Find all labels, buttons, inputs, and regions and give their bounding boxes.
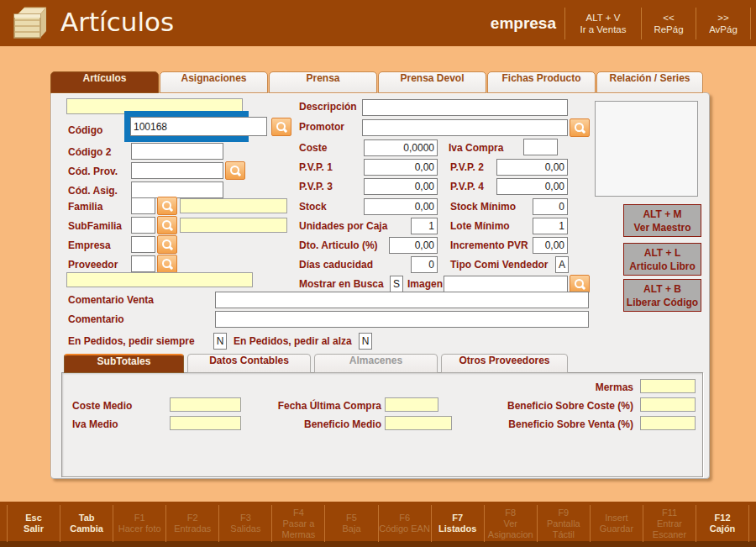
tab-asignaciones[interactable]: Asignaciones xyxy=(160,71,268,93)
codigo-input[interactable] xyxy=(130,117,267,136)
imagen-search-button[interactable] xyxy=(570,275,590,293)
tipo-comi-input[interactable] xyxy=(555,256,569,273)
cod-prov-search-button[interactable] xyxy=(225,161,245,180)
dias-caducidad-input[interactable] xyxy=(411,256,438,273)
beneficio-sobre-venta-field xyxy=(640,416,696,430)
unidades-caja-label: Unidades por Caja xyxy=(299,220,387,232)
descripcion-input[interactable] xyxy=(362,99,568,116)
fkey-f11-entrar-escaner[interactable]: F11Entrar Escaner xyxy=(643,505,696,542)
familia-input[interactable] xyxy=(131,197,155,214)
beneficio-medio-label: Beneficio Medio xyxy=(269,418,381,430)
subfamilia-name-field xyxy=(180,218,287,233)
subtab-datos-contables[interactable]: Datos Contables xyxy=(187,354,311,373)
proveedor-search-button[interactable] xyxy=(157,255,177,273)
subtab-subtotales[interactable]: SubTotales xyxy=(64,354,184,373)
stock-input[interactable] xyxy=(364,198,438,215)
nav-key: << xyxy=(643,12,694,24)
fkey-insert-guardar[interactable]: InsertGuardar xyxy=(591,505,643,542)
pedidos-alza-label: En Pedidos, pedir al alza xyxy=(234,335,352,347)
lote-minimo-input[interactable] xyxy=(533,218,568,234)
cod-prov-input[interactable] xyxy=(131,162,223,179)
beneficio-sobre-coste-label: Beneficio Sobre Coste (%) xyxy=(450,400,633,412)
pedidos-siempre-input[interactable] xyxy=(213,333,227,350)
codigo2-label: Código 2 xyxy=(68,146,111,158)
stock-minimo-input[interactable] xyxy=(533,198,568,215)
pedidos-alza-input[interactable] xyxy=(359,333,372,350)
subfamilia-search-button[interactable] xyxy=(157,216,177,234)
tab-articulos[interactable]: Artículos xyxy=(50,71,159,93)
iva-medio-label: Iva Medio xyxy=(72,418,118,430)
nav-avpag[interactable]: >> AvPág xyxy=(696,12,750,35)
promotor-label: Promotor xyxy=(299,121,344,133)
comentario-input[interactable] xyxy=(215,311,589,328)
fkey-f5-baja[interactable]: F5Baja xyxy=(325,505,378,542)
ver-maestro-button[interactable]: ALT + M Ver Maestro xyxy=(623,204,701,237)
nav-label: AvPág xyxy=(698,24,748,35)
liberar-codigo-button[interactable]: ALT + B Liberar Código xyxy=(623,279,701,312)
codigo-label: Código xyxy=(68,124,102,136)
pvp4-input[interactable] xyxy=(496,178,568,195)
search-icon xyxy=(574,278,585,290)
articulos-screen: Artículos empresa ALT + V Ir a Ventas <<… xyxy=(0,0,756,547)
fkey-f8-ver-asignacion[interactable]: F8Ver Asignacion xyxy=(485,505,538,542)
articulo-libro-button[interactable]: ALT + L Articulo Libro xyxy=(623,243,701,276)
fkey-f6-codigo-ean[interactable]: F6Código EAN xyxy=(379,505,432,542)
iva-compra-input[interactable] xyxy=(523,139,558,155)
comentario-venta-input[interactable] xyxy=(215,292,589,308)
nav-key: >> xyxy=(698,12,748,24)
fkey-f9-pantalla-tactil[interactable]: F9Pantalla Táctil xyxy=(538,505,591,542)
fkey-f12-cajon[interactable]: F12Cajón xyxy=(696,505,749,542)
empresa-search-button[interactable] xyxy=(157,235,177,254)
dto-articulo-input[interactable] xyxy=(389,237,438,254)
incremento-pvr-input[interactable] xyxy=(533,237,568,254)
fkey-f7-listados[interactable]: F7Listados xyxy=(432,505,485,542)
fkey-f2-entradas[interactable]: F2Entradas xyxy=(166,505,219,542)
fkey-f3-salidas[interactable]: F3Salidas xyxy=(219,505,272,542)
familia-search-button[interactable] xyxy=(157,197,177,215)
lote-minimo-label: Lote Mínimo xyxy=(450,220,510,232)
imagen-label: Imagen xyxy=(407,278,443,290)
fkey-f1-hacer-foto[interactable]: F1Hacer foto xyxy=(113,505,166,542)
subfamilia-input[interactable] xyxy=(131,217,155,234)
unidades-caja-input[interactable] xyxy=(411,218,438,234)
codigo-focus-ring xyxy=(124,111,249,142)
pvp3-input[interactable] xyxy=(364,178,438,195)
proveedor-input[interactable] xyxy=(131,255,155,272)
pvp2-label: P.V.P. 2 xyxy=(450,161,484,173)
search-icon xyxy=(161,200,173,212)
subtab-almacenes[interactable]: Almacenes xyxy=(314,354,438,373)
tab-fichas-producto[interactable]: Fichas Producto xyxy=(487,71,596,93)
nav-repag[interactable]: << RePág xyxy=(642,12,696,35)
page-title: Artículos xyxy=(60,6,174,38)
coste-input[interactable] xyxy=(364,139,438,156)
pvp2-input[interactable] xyxy=(496,159,568,176)
pvp1-input[interactable] xyxy=(364,159,438,176)
cod-asig-input[interactable] xyxy=(131,181,223,198)
tipo-comi-label: Tipo Comi Vendedor xyxy=(450,259,548,271)
fkey-f4-pasar-a-mermas[interactable]: F4Pasar a Mermas xyxy=(272,505,325,542)
promotor-input[interactable] xyxy=(362,119,568,136)
tab-prensa-devol[interactable]: Prensa Devol xyxy=(378,71,486,93)
pvp1-label: P.V.P. 1 xyxy=(299,161,333,173)
pvp3-label: P.V.P. 3 xyxy=(299,181,333,192)
fkey-tab-cambia[interactable]: TabCambia xyxy=(60,505,113,542)
promotor-search-button[interactable] xyxy=(570,118,590,137)
mostrar-busca-input[interactable] xyxy=(390,276,403,292)
nav-key: ALT + V xyxy=(567,12,639,24)
fkey-esc-salir[interactable]: EscSalir xyxy=(7,505,60,542)
subtab-otros-proveedores[interactable]: Otros Proveedores xyxy=(441,354,568,373)
coste-medio-label: Coste Medio xyxy=(72,400,132,412)
empresa-input[interactable] xyxy=(131,236,155,253)
tab-prensa[interactable]: Prensa xyxy=(269,71,377,93)
codigo2-input[interactable] xyxy=(131,143,223,160)
imagen-input[interactable] xyxy=(444,276,568,292)
codigo-search-button[interactable] xyxy=(271,118,291,136)
beneficio-medio-field xyxy=(385,416,452,430)
shortcut-key: ALT + L xyxy=(624,246,701,260)
iva-compra-label: Iva Compra xyxy=(449,142,503,154)
button-label: Articulo Libro xyxy=(624,260,701,273)
cod-prov-label: Cód. Prov. xyxy=(68,166,118,177)
button-label: Ver Maestro xyxy=(624,221,701,234)
tab-relacion-series[interactable]: Relación / Series xyxy=(596,71,703,93)
nav-ir-a-ventas[interactable]: ALT + V Ir a Ventas xyxy=(565,12,641,35)
